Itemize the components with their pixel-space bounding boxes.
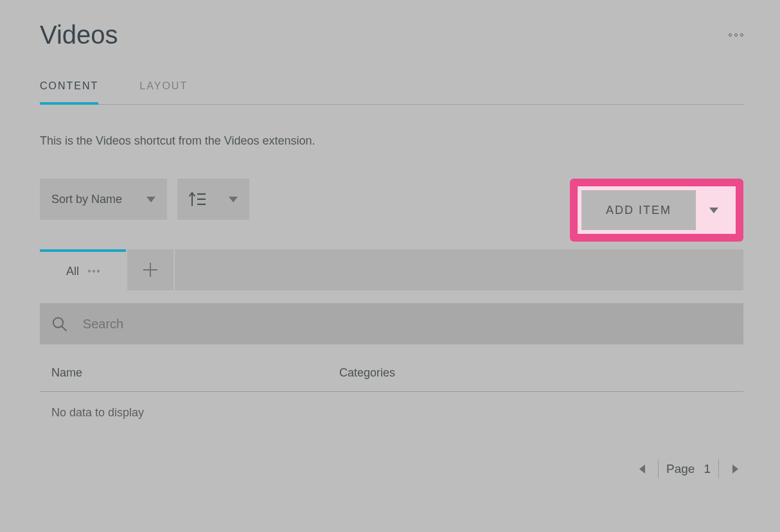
tab-content[interactable]: CONTENT (40, 80, 98, 105)
chevron-left-icon (639, 465, 645, 474)
sort-by-label: Sort by Name (51, 193, 122, 206)
tab-bar: CONTENT LAYOUT (40, 80, 743, 105)
page-label: Page (666, 462, 695, 476)
previous-page-button[interactable] (634, 459, 650, 479)
chevron-down-icon (146, 197, 155, 202)
filter-tab-all-label: All (66, 265, 79, 278)
add-filter-tab-button[interactable] (127, 249, 173, 290)
plus-icon (143, 263, 157, 277)
search-input[interactable] (83, 317, 732, 332)
add-item-label: ADD ITEM (606, 204, 671, 217)
more-options-icon[interactable] (729, 33, 743, 37)
current-page-number: 1 (704, 462, 711, 476)
data-table: Name Categories No data to display (40, 366, 743, 420)
svg-line-4 (62, 326, 66, 331)
sort-ascending-icon (189, 191, 206, 207)
tab-layout[interactable]: LAYOUT (139, 80, 188, 104)
pagination: Page 1 (40, 459, 743, 479)
chevron-down-icon (709, 208, 718, 213)
description-text: This is the Videos shortcut from the Vid… (40, 134, 743, 148)
next-page-button[interactable] (727, 459, 743, 479)
page-title: Videos (40, 21, 118, 49)
chevron-down-icon (229, 197, 238, 202)
empty-state-message: No data to display (40, 392, 743, 420)
add-item-highlight: ADD ITEM (570, 179, 743, 242)
filter-tab-spacer (175, 249, 743, 290)
search-icon (51, 315, 67, 332)
sort-order-dropdown[interactable] (177, 179, 249, 220)
divider (718, 459, 719, 479)
filter-tab-all[interactable]: All (40, 249, 126, 290)
column-header-name[interactable]: Name (51, 366, 339, 380)
chevron-right-icon (732, 465, 738, 474)
sort-by-dropdown[interactable]: Sort by Name (40, 179, 167, 220)
filter-tab-options-icon[interactable] (88, 270, 100, 272)
add-item-dropdown-toggle[interactable] (696, 190, 732, 230)
column-header-categories[interactable]: Categories (339, 366, 395, 380)
divider (658, 459, 659, 479)
add-item-button[interactable]: ADD ITEM (581, 190, 696, 230)
search-bar (40, 303, 743, 344)
